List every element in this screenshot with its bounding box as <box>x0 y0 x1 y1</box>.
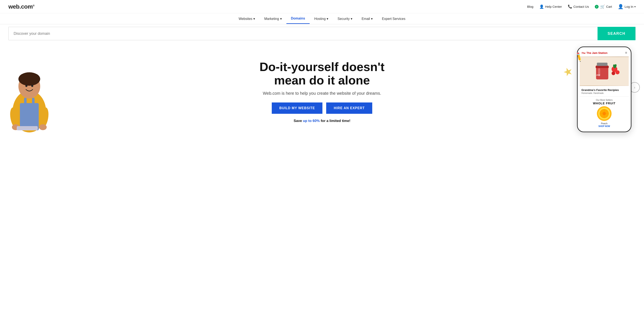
search-button-label: SEARCH <box>608 32 625 36</box>
phone-brand: The The Jam Station <box>582 51 607 55</box>
hero-title-line2: mean do it alone <box>274 73 370 87</box>
svg-rect-2 <box>24 98 26 106</box>
nav-item-email[interactable]: Email ▾ <box>357 14 377 24</box>
cart-label: Cart <box>606 5 612 9</box>
cart-icon: 🛒 <box>600 5 605 9</box>
search-input[interactable] <box>8 32 598 36</box>
svg-point-11 <box>39 124 47 130</box>
help-center-label: Help Center <box>545 5 562 9</box>
chevron-down-icon: ▾ <box>371 17 373 21</box>
hero-subtitle: Web.com is here to help you create the w… <box>260 91 384 96</box>
svg-rect-18 <box>596 66 608 68</box>
svg-point-21 <box>616 70 620 74</box>
nav-item-expert-services[interactable]: Expert Services <box>377 14 410 24</box>
top-right-nav: Blog 👤 Help Center 📞 Contact Us 0 🛒 Cart… <box>527 4 636 10</box>
phone-brand-label: The Jam Station <box>586 51 607 55</box>
blog-label: Blog <box>527 5 534 9</box>
svg-rect-17 <box>597 63 608 66</box>
hero-save-text: Save up to 60% for a limited time! <box>260 119 384 123</box>
phone-outer: The The Jam Station ≡ <box>577 47 632 132</box>
help-center-icon: 👤 <box>539 5 544 9</box>
hero-content: Do-it-yourself doesn't mean do it alone … <box>260 60 384 123</box>
site-logo[interactable]: web.com® <box>8 3 34 10</box>
hero-person-illustration <box>0 45 58 145</box>
phone-mockup: The The Jam Station ≡ <box>577 47 632 132</box>
help-center-link[interactable]: 👤 Help Center <box>539 5 562 9</box>
svg-rect-12 <box>17 126 38 130</box>
nav-label-security: Security <box>338 17 350 21</box>
svg-point-7 <box>31 85 33 87</box>
phone-product-name: WHOLE FRUIT <box>580 102 629 105</box>
nav-item-marketing[interactable]: Marketing ▾ <box>260 14 286 24</box>
hero-section: Do-it-yourself doesn't mean do it alone … <box>0 40 644 145</box>
login-button[interactable]: 👤 Log In ▾ <box>618 4 636 10</box>
phone-fruit-image <box>597 106 612 121</box>
chevron-down-icon: ▾ <box>253 17 255 21</box>
chevron-down-icon: ▾ <box>326 17 328 21</box>
nav-item-domains[interactable]: Domains <box>286 14 310 24</box>
cart-link[interactable]: 0 🛒 Cart <box>595 5 612 9</box>
phone-section-title: Grandma's Favorite Recipies <box>580 88 629 92</box>
search-bar: SEARCH <box>8 27 636 40</box>
nav-label-websites: Websites <box>239 17 252 21</box>
build-website-label: BUILD MY WEBSITE <box>279 106 315 110</box>
hero-buttons: BUILD MY WEBSITE HIRE AN EXPERT <box>260 103 384 114</box>
build-website-button[interactable]: BUILD MY WEBSITE <box>272 103 322 114</box>
nav-item-hosting[interactable]: Hosting ▾ <box>310 14 333 24</box>
hire-expert-label: HIRE AN EXPERT <box>334 106 365 110</box>
hero-title-line1: Do-it-yourself doesn't <box>260 60 384 74</box>
chevron-down-icon: ▾ <box>280 17 282 21</box>
logo-sup: ® <box>33 4 34 7</box>
contact-us-link[interactable]: 📞 Contact Us <box>568 5 589 9</box>
star-decoration: ★ <box>561 64 575 79</box>
main-nav: Websites ▾ Marketing ▾ Domains Hosting ▾… <box>0 14 644 24</box>
nav-label-marketing: Marketing <box>264 17 279 21</box>
login-label: Log In <box>624 5 633 9</box>
search-button[interactable]: SEARCH <box>598 27 636 40</box>
svg-text:JAM: JAM <box>596 74 600 76</box>
phone-header: The The Jam Station ≡ <box>580 50 629 57</box>
svg-point-22 <box>612 72 615 75</box>
phone-best-sellers-label: Our Best Sellers <box>580 97 629 102</box>
svg-point-5 <box>18 72 40 86</box>
nav-label-domains: Domains <box>291 17 305 20</box>
svg-rect-3 <box>32 98 34 106</box>
cart-badge: 0 <box>595 5 598 9</box>
chevron-down-icon: ▾ <box>351 17 352 21</box>
user-icon: 👤 <box>618 4 624 10</box>
chevron-down-icon: ▾ <box>634 5 636 8</box>
blog-link[interactable]: Blog <box>527 5 534 9</box>
chevron-down-icon: › <box>634 85 635 90</box>
phone-shop-now: SHOP NOW <box>580 125 629 129</box>
nav-label-hosting: Hosting <box>314 17 326 21</box>
svg-point-6 <box>25 85 28 87</box>
nav-label-expert-services: Expert Services <box>382 17 405 21</box>
save-suffix: for a limited time! <box>320 119 350 123</box>
phone-hero-image: JAM <box>580 57 629 86</box>
hamburger-icon: ≡ <box>625 51 627 55</box>
phone-icon: 📞 <box>568 5 572 9</box>
phone-fruit-label: Peach <box>580 122 629 125</box>
hire-expert-button[interactable]: HIRE AN EXPERT <box>326 103 372 114</box>
save-prefix: Save <box>294 119 303 123</box>
nav-item-security[interactable]: Security ▾ <box>333 14 357 24</box>
hero-title: Do-it-yourself doesn't mean do it alone <box>260 60 384 87</box>
save-highlight: up to 60% <box>303 119 320 123</box>
top-bar: web.com® Blog 👤 Help Center 📞 Contact Us… <box>0 0 644 14</box>
contact-us-label: Contact Us <box>574 5 589 9</box>
phone-section-sub: Homemade. Handmade. <box>580 92 629 96</box>
logo-text: web.com <box>8 3 33 10</box>
phone-divider <box>580 96 629 97</box>
nav-item-websites[interactable]: Websites ▾ <box>234 14 260 24</box>
nav-label-email: Email <box>362 17 370 21</box>
